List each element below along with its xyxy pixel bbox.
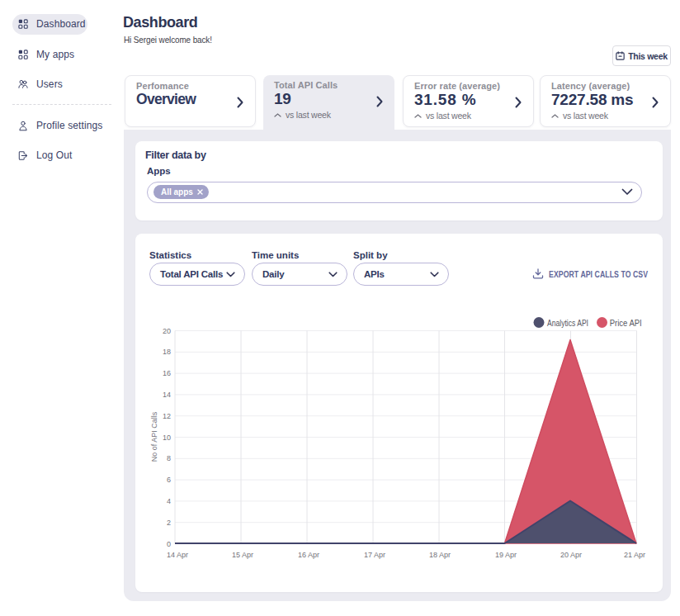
svg-text:No of API Calls: No of API Calls (150, 411, 158, 462)
svg-text:0: 0 (167, 540, 171, 548)
svg-text:20: 20 (163, 327, 171, 335)
svg-text:16 Apr: 16 Apr (298, 551, 319, 559)
svg-text:17 Apr: 17 Apr (364, 551, 385, 559)
svg-text:14 Apr: 14 Apr (167, 551, 188, 559)
svg-text:6: 6 (167, 476, 171, 484)
svg-text:12: 12 (163, 412, 171, 420)
svg-text:8: 8 (167, 454, 171, 462)
svg-text:16: 16 (163, 369, 171, 377)
svg-text:18 Apr: 18 Apr (429, 551, 451, 559)
svg-text:15 Apr: 15 Apr (232, 551, 253, 559)
svg-text:19 Apr: 19 Apr (495, 551, 517, 559)
svg-text:21 Apr: 21 Apr (624, 551, 645, 559)
svg-text:20 Apr: 20 Apr (560, 551, 582, 559)
svg-text:10: 10 (163, 434, 171, 442)
svg-text:14: 14 (163, 391, 171, 399)
svg-text:Price API: Price API (610, 318, 642, 328)
svg-text:18: 18 (163, 348, 171, 356)
svg-text:2: 2 (167, 519, 171, 527)
svg-text:Analytics API: Analytics API (547, 318, 588, 328)
svg-text:4: 4 (167, 497, 171, 505)
